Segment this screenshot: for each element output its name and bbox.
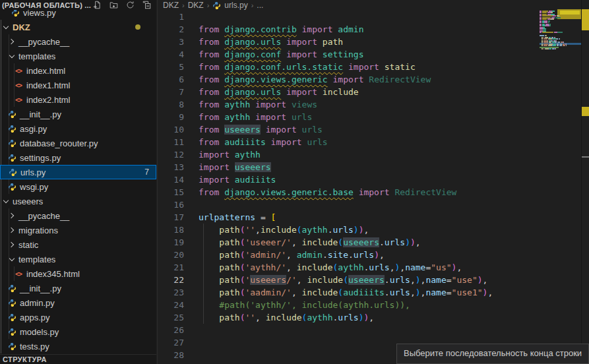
tree-item-index-html[interactable]: <>index.html bbox=[0, 63, 156, 78]
breadcrumb-item[interactable]: DKZ bbox=[163, 1, 179, 10]
refresh-icon[interactable] bbox=[126, 1, 135, 9]
code-line-1[interactable]: 1 bbox=[158, 11, 589, 23]
line-number[interactable]: 27 bbox=[158, 336, 184, 349]
line-number[interactable]: 19 bbox=[158, 236, 184, 249]
tree-item-database-roouter-py[interactable]: database_roouter.py bbox=[0, 136, 156, 150]
overview-ruler-mark bbox=[582, 156, 589, 158]
outline-section-header[interactable]: СТРУКТУРА bbox=[0, 354, 156, 364]
tree-item-label: __init__.py bbox=[20, 284, 61, 293]
code-line-7[interactable]: 7from django.urls import include bbox=[158, 86, 589, 98]
code-line-9[interactable]: 9from aythh import urls bbox=[158, 111, 589, 123]
breadcrumb-item[interactable]: urls.py bbox=[224, 1, 247, 10]
tree-item-static[interactable]: static bbox=[0, 237, 156, 252]
tree-item--init-py[interactable]: __init__.py bbox=[0, 107, 156, 121]
line-number[interactable]: 6 bbox=[158, 73, 184, 86]
breadcrumb-separator: › bbox=[182, 1, 185, 9]
tree-item-label: tests.py bbox=[20, 342, 49, 351]
line-number[interactable]: 2 bbox=[158, 23, 184, 36]
code-line-14[interactable]: 14import audiiits bbox=[158, 173, 589, 186]
line-number[interactable]: 13 bbox=[158, 161, 184, 173]
line-number[interactable]: 14 bbox=[158, 173, 184, 186]
chevron-down-icon bbox=[9, 53, 15, 59]
tree-item--init-py[interactable]: __init__.py bbox=[0, 281, 156, 295]
line-number[interactable]: 24 bbox=[158, 299, 184, 311]
python-file-icon bbox=[7, 139, 16, 148]
tree-item-label: index345.html bbox=[26, 269, 80, 279]
line-number[interactable]: 22 bbox=[158, 274, 184, 286]
code-line-18[interactable]: 18 path('',include(aythh.urls)), bbox=[158, 224, 589, 236]
line-number[interactable]: 20 bbox=[158, 249, 184, 261]
tree-item-dkz[interactable]: DKZ bbox=[0, 20, 156, 34]
code-line-24[interactable]: 24 #path('aythh/', include(aythh.urls)), bbox=[158, 299, 589, 311]
code-line-5[interactable]: 5from django.conf.urls.static import sta… bbox=[158, 61, 589, 73]
line-number[interactable]: 21 bbox=[158, 261, 184, 274]
code-line-21[interactable]: 21 path('aythh/', include(aythh.urls,),n… bbox=[158, 261, 589, 274]
breadcrumb[interactable]: DKZ›DKZ›urls.py›... bbox=[163, 0, 263, 11]
tree-item-index1-html[interactable]: <>index1.html bbox=[0, 78, 156, 92]
tree-item--pycache-[interactable]: __pycache__ bbox=[0, 34, 156, 49]
code-line-3[interactable]: 3from django.urls import path bbox=[158, 36, 589, 48]
line-number[interactable]: 7 bbox=[158, 86, 184, 98]
tree-item-templates[interactable]: templates bbox=[0, 252, 156, 266]
line-number[interactable]: 4 bbox=[158, 48, 184, 61]
tree-item-wsgi-py[interactable]: wsgi.py bbox=[0, 179, 156, 194]
line-number[interactable]: 5 bbox=[158, 61, 184, 73]
code-line-23[interactable]: 23 path('aadmin/', include(audiiits.urls… bbox=[158, 286, 589, 299]
breadcrumb-item[interactable]: ... bbox=[257, 1, 263, 10]
tree-item-useeers[interactable]: useeers bbox=[0, 194, 156, 208]
overview-ruler[interactable] bbox=[582, 0, 589, 364]
tree-item-asgi-py[interactable]: asgi.py bbox=[0, 121, 156, 136]
code-line-20[interactable]: 20 path('admin/', admin.site.urls), bbox=[158, 249, 589, 261]
collapse-all-icon[interactable] bbox=[142, 1, 151, 9]
code-line-22[interactable]: 22 path('useeers/', include(useeers.urls… bbox=[158, 274, 589, 286]
line-number[interactable]: 15 bbox=[158, 186, 184, 198]
code-line-13[interactable]: 13import useeers bbox=[158, 161, 589, 173]
code-line-8[interactable]: 8from aythh import views bbox=[158, 98, 589, 111]
code-line-11[interactable]: 11from audiiits import urls bbox=[158, 136, 589, 148]
line-number[interactable]: 23 bbox=[158, 286, 184, 299]
tree-item--pycache-[interactable]: __pycache__ bbox=[0, 208, 156, 223]
html-file-icon: <> bbox=[14, 270, 23, 278]
tree-item-settings-py[interactable]: settings.py bbox=[0, 150, 156, 165]
tree-item-tests-py[interactable]: tests.py bbox=[0, 339, 156, 353]
new-folder-icon[interactable] bbox=[109, 1, 118, 9]
tree-item-apps-py[interactable]: apps.py bbox=[0, 310, 156, 324]
code-line-19[interactable]: 19 path('useeer/', include(useeers.urls)… bbox=[158, 236, 589, 249]
line-number[interactable]: 28 bbox=[158, 349, 184, 361]
line-number[interactable]: 8 bbox=[158, 98, 184, 111]
new-file-icon[interactable] bbox=[93, 1, 102, 9]
tree-item-migrations[interactable]: migrations bbox=[0, 223, 156, 237]
tree-item-index345-html[interactable]: <>index345.html bbox=[0, 266, 156, 281]
tree-item-urls-py[interactable]: urls.py7 bbox=[0, 165, 156, 179]
minimap[interactable] bbox=[540, 9, 581, 68]
code-line-25[interactable]: 25 path('', include(aythh.urls)), bbox=[158, 311, 589, 324]
line-number[interactable]: 16 bbox=[158, 198, 184, 211]
code-line-2[interactable]: 2from django.contrib import admin bbox=[158, 23, 589, 36]
line-number[interactable]: 26 bbox=[158, 324, 184, 336]
line-number[interactable]: 11 bbox=[158, 136, 184, 148]
explorer-section-header[interactable]: (РАБОЧАЯ ОБЛАСТЬ) ... bbox=[0, 0, 156, 10]
tree-item-templates[interactable]: templates bbox=[0, 49, 156, 63]
code-line-26[interactable]: 26 bbox=[158, 324, 589, 336]
line-number[interactable]: 9 bbox=[158, 111, 184, 123]
line-number[interactable]: 12 bbox=[158, 148, 184, 161]
code-line-17[interactable]: 17urlpatterns = [ bbox=[158, 211, 589, 224]
line-number[interactable]: 25 bbox=[158, 311, 184, 324]
line-number[interactable]: 17 bbox=[158, 211, 184, 224]
code-line-12[interactable]: 12import aythh bbox=[158, 148, 589, 161]
code-area[interactable]: 12from django.contrib import admin3from … bbox=[158, 11, 589, 361]
code-line-6[interactable]: 6from django.views.generic import Redire… bbox=[158, 73, 589, 86]
line-number[interactable]: 3 bbox=[158, 36, 184, 48]
tree-item-index2-html[interactable]: <>index2.html bbox=[0, 92, 156, 107]
breadcrumb-item[interactable]: DKZ bbox=[188, 1, 204, 10]
code-line-4[interactable]: 4from django.conf import settings bbox=[158, 48, 589, 61]
line-number[interactable]: 1 bbox=[158, 11, 184, 23]
tree-item-label: templates bbox=[18, 51, 55, 61]
code-line-16[interactable]: 16 bbox=[158, 198, 589, 211]
code-line-15[interactable]: 15from django.views.generic.base import … bbox=[158, 186, 589, 198]
tree-item-admin-py[interactable]: admin.py bbox=[0, 295, 156, 310]
code-line-10[interactable]: 10from useeers import urls bbox=[158, 123, 589, 136]
tree-item-models-py[interactable]: models.py bbox=[0, 324, 156, 339]
line-number[interactable]: 18 bbox=[158, 224, 184, 236]
line-number[interactable]: 10 bbox=[158, 123, 184, 136]
